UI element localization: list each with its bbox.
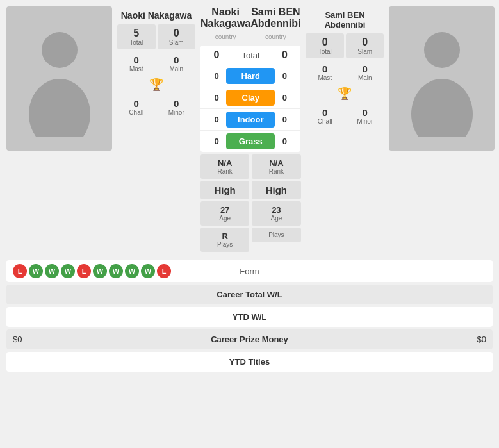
right-country-flag: country	[265, 33, 286, 40]
right-minor-value: 0	[347, 107, 383, 118]
right-stats-grid3: 0 Chall 0 Minor	[306, 104, 384, 128]
right-chall-box: 0 Chall	[306, 104, 344, 128]
prize-label: Career Prize Money	[211, 335, 288, 344]
form-badge: W	[141, 264, 155, 278]
ytd-titles-label: YTD Titles	[229, 357, 270, 367]
hard-row: 0 Hard 0	[200, 65, 300, 87]
left-age-label: Age	[204, 215, 245, 222]
left-rank-value: N/A	[204, 158, 245, 168]
form-row: LWWWLWWWWL Form	[6, 260, 493, 282]
left-trophy-row: 🏆	[149, 78, 163, 92]
left-total-value: 5	[119, 28, 154, 39]
left-stats-grid3: 0 Chall 0 Minor	[117, 95, 195, 119]
right-total-label: Total	[307, 48, 343, 55]
bottom-section: LWWWLWWWWL Form Career Total W/L YTD W/L…	[0, 255, 499, 379]
right-plays-label: Plays	[256, 231, 297, 238]
right-chall-label: Chall	[307, 118, 343, 125]
left-mast-value: 0	[134, 54, 139, 65]
center-info-row: N/A Rank High 27 Age R Plays	[200, 154, 300, 252]
clay-row: 0 Clay 0	[200, 87, 300, 109]
center-right-name: Sami BENAbdennibi	[250, 6, 300, 29]
svg-point-3	[411, 79, 473, 137]
total-score-right: 0	[275, 49, 294, 61]
left-chall-box: 0 Chall	[117, 95, 156, 119]
indoor-row: 0 Indoor 0	[200, 109, 300, 131]
flags-row: country country	[200, 33, 300, 40]
left-player-name: Naoki Nakagawa	[121, 10, 192, 21]
right-slam-value: 0	[347, 37, 383, 48]
left-trophy-icon: 🏆	[149, 78, 163, 92]
left-main-label: Main	[169, 65, 183, 72]
grass-score-left: 0	[207, 137, 226, 146]
career-wl-label: Career Total W/L	[217, 290, 282, 299]
right-rank-label: Rank	[256, 168, 297, 175]
svg-point-1	[29, 79, 90, 137]
svg-point-0	[42, 32, 78, 68]
indoor-score-right: 0	[275, 115, 294, 124]
right-plays-box: Plays	[252, 228, 300, 242]
left-main-value: 0	[174, 54, 179, 65]
right-rank-box: N/A Rank	[252, 154, 300, 179]
right-level-value: High	[256, 185, 297, 195]
left-minor-label: Minor	[159, 109, 195, 116]
right-stats-grid: 0 Total 0 Slam	[306, 33, 384, 58]
total-row: 0 Total 0	[200, 46, 300, 65]
ytd-wl-row: YTD W/L	[6, 307, 493, 327]
right-age-label: Age	[256, 215, 297, 222]
prize-row: $0 Career Prize Money $0	[6, 329, 493, 349]
left-stats-grid2: 0 Mast 0 Main	[117, 52, 195, 75]
form-badge: W	[29, 264, 43, 278]
hard-score-right: 0	[275, 71, 294, 81]
left-mast-label: Mast	[129, 65, 143, 72]
surface-table: 0 Total 0 0 Hard 0 0 Clay 0	[200, 46, 300, 152]
right-age-value: 23	[256, 205, 297, 215]
left-level-box: High	[200, 181, 249, 199]
left-chall-label: Chall	[119, 109, 154, 116]
left-plays-label: Plays	[204, 241, 245, 248]
left-slam-value: 0	[159, 28, 195, 39]
center-left-name: NaokiNakagawa	[200, 6, 250, 29]
indoor-score-left: 0	[207, 115, 226, 124]
right-slam-label: Slam	[347, 48, 383, 55]
right-chall-value: 0	[307, 107, 343, 118]
right-mast-value: 0	[307, 63, 343, 74]
right-age-box: 23 Age	[252, 201, 300, 226]
right-trophy-row: 🏆	[338, 87, 352, 101]
clay-badge: Clay	[226, 90, 275, 106]
left-plays-value: R	[204, 231, 245, 241]
prize-right: $0	[288, 335, 486, 344]
right-silhouette	[404, 21, 480, 137]
left-country-flag: country	[215, 33, 236, 40]
player-comparison-area: Naoki Nakagawa 5 Total 0 Slam 0 Mast	[0, 0, 499, 255]
total-label: Total	[226, 51, 275, 60]
form-label: Form	[224, 267, 275, 276]
left-main-box: 0 Main	[158, 52, 196, 75]
left-plays-box: R Plays	[200, 228, 249, 252]
left-player-photo	[6, 6, 112, 151]
left-mast-box: 0 Mast	[117, 52, 156, 75]
prize-left: $0	[13, 335, 211, 344]
grass-score-right: 0	[275, 137, 294, 146]
center-column: NaokiNakagawa Sami BENAbdennibi country …	[200, 6, 300, 252]
right-center-info: N/A Rank High 23 Age Plays	[252, 154, 300, 252]
left-slam-box: 0 Slam	[158, 24, 196, 49]
left-center-info: N/A Rank High 27 Age R Plays	[200, 154, 249, 252]
hard-badge: Hard	[226, 68, 275, 84]
total-score-left: 0	[207, 49, 226, 61]
right-slam-box: 0 Slam	[346, 33, 384, 58]
ytd-titles-row: YTD Titles	[6, 352, 493, 372]
indoor-badge: Indoor	[226, 112, 275, 128]
right-trophy-icon: 🏆	[338, 87, 352, 101]
form-badges-left: LWWWLWWWWL	[13, 264, 224, 278]
career-wl-row: Career Total W/L	[6, 285, 493, 304]
right-mast-box: 0 Mast	[306, 61, 344, 84]
right-player-name: Sami BEN Abdennibi	[306, 10, 384, 29]
right-mast-label: Mast	[307, 74, 343, 81]
hard-score-left: 0	[207, 71, 226, 81]
left-age-value: 27	[204, 205, 245, 215]
ytd-wl-label: YTD W/L	[233, 312, 266, 322]
clay-score-left: 0	[207, 93, 226, 103]
form-badge: L	[157, 264, 171, 278]
left-minor-value: 0	[159, 98, 195, 109]
left-rank-label: Rank	[204, 168, 245, 175]
